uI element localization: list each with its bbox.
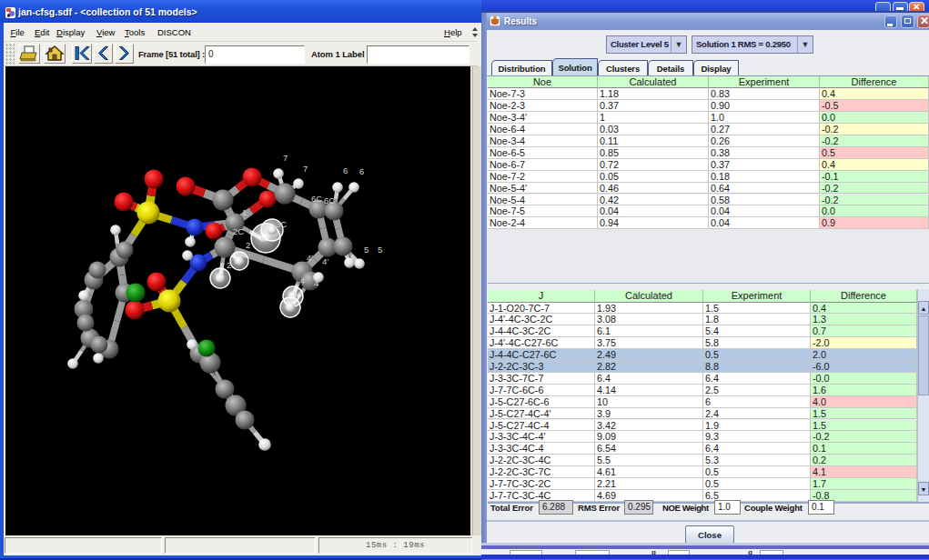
svg-text:5: 5	[364, 245, 369, 255]
svg-text:7: 7	[283, 153, 288, 163]
svg-text:6C: 6C	[311, 194, 322, 204]
svg-text:7: 7	[303, 164, 308, 174]
svg-text:1: 1	[242, 207, 247, 217]
svg-text:4: 4	[314, 278, 318, 288]
svg-text:4': 4'	[307, 253, 313, 263]
svg-text:6C: 6C	[324, 195, 335, 205]
svg-text:4': 4'	[322, 256, 328, 266]
svg-text:2: 2	[227, 260, 231, 270]
svg-text:2C: 2C	[233, 226, 244, 236]
svg-text:4: 4	[300, 275, 305, 285]
svg-text:6: 6	[359, 166, 364, 176]
svg-text:5: 5	[378, 245, 382, 255]
svg-text:6: 6	[343, 165, 348, 175]
svg-text:2: 2	[246, 240, 250, 250]
svg-text:3C: 3C	[276, 219, 287, 229]
